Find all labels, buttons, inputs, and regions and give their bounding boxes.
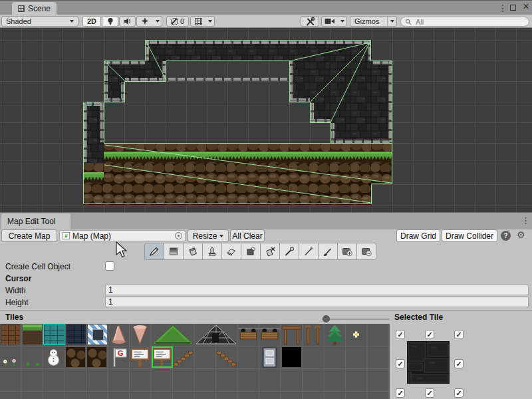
customize-tools-button[interactable] bbox=[301, 16, 319, 27]
palette-tile-brown-brick[interactable] bbox=[0, 324, 21, 345]
palette-tile-grass-tufts[interactable] bbox=[22, 346, 43, 368]
maximize-icon[interactable] bbox=[510, 5, 516, 11]
palette-tile-minecart-2[interactable] bbox=[259, 324, 280, 345]
lighting-toggle-button[interactable] bbox=[102, 16, 118, 27]
effects-toggle-button[interactable] bbox=[136, 16, 154, 27]
collider-checkbox-top-center[interactable] bbox=[425, 330, 434, 339]
unity-window: { "colors": { "scene_bg": "#3d3d3d", "gr… bbox=[0, 0, 532, 399]
pine-tree-sprite bbox=[325, 324, 345, 345]
tool-pen[interactable] bbox=[299, 243, 319, 260]
palette-tile-pine-tree[interactable] bbox=[325, 324, 345, 345]
gear-icon[interactable]: ⚙ bbox=[517, 229, 525, 240]
palette-tile-wood-frame[interactable] bbox=[281, 324, 302, 345]
close-icon[interactable]: × bbox=[521, 2, 531, 11]
create-map-button[interactable]: Create Map bbox=[1, 229, 57, 242]
effects-dropdown[interactable] bbox=[153, 16, 162, 27]
toggle-2d-button[interactable]: 2D bbox=[82, 16, 101, 27]
tab-map-edit-tool[interactable]: Map Edit Tool bbox=[1, 213, 70, 229]
hidden-count: 0 bbox=[180, 17, 184, 25]
tool-pencil[interactable] bbox=[144, 243, 164, 260]
tab-scene[interactable]: Scene bbox=[12, 2, 57, 15]
selected-tile-preview bbox=[407, 341, 450, 384]
camera-dropdown[interactable] bbox=[338, 16, 347, 27]
tile-zoom-slider-track[interactable] bbox=[322, 319, 390, 320]
tile-palette[interactable]: G bbox=[0, 324, 390, 399]
add-folder-icon bbox=[340, 245, 354, 258]
palette-tile-dirt-mound[interactable] bbox=[65, 346, 86, 368]
palette-tile-snowman[interactable] bbox=[43, 346, 64, 368]
audio-toggle-button[interactable] bbox=[119, 16, 136, 27]
palette-tile-small-flower[interactable] bbox=[346, 324, 366, 345]
tool-add-folder[interactable] bbox=[337, 243, 357, 260]
palette-tile-stairs-up[interactable] bbox=[173, 346, 194, 368]
collider-checkbox-top-right[interactable] bbox=[454, 330, 464, 339]
palette-tile-glass-pyramid[interactable] bbox=[195, 324, 237, 345]
palette-tile-stairs-down[interactable] bbox=[216, 346, 237, 368]
map-object-label: Map (Map) bbox=[72, 231, 111, 241]
palette-tile-sign-board-selected[interactable] bbox=[152, 346, 173, 368]
minecart-sprite bbox=[259, 324, 280, 345]
all-clear-button[interactable]: All Clear bbox=[230, 229, 265, 242]
height-input[interactable] bbox=[105, 297, 529, 307]
scene-search-field[interactable] bbox=[400, 17, 529, 27]
chevron-down-icon bbox=[340, 20, 344, 23]
search-input[interactable] bbox=[414, 17, 523, 27]
lightbulb-icon bbox=[106, 17, 115, 26]
shading-mode-dropdown[interactable]: Shaded bbox=[1, 16, 78, 27]
palette-tile-sign-board[interactable] bbox=[130, 346, 150, 368]
help-icon[interactable]: ? bbox=[501, 231, 511, 241]
grid-visual-button[interactable] bbox=[190, 16, 206, 27]
palette-tile-black[interactable] bbox=[281, 346, 302, 368]
grass-tufts-sprite bbox=[22, 346, 43, 368]
draw-grid-toggle[interactable]: Draw Grid bbox=[396, 229, 440, 242]
stairs-up-sprite bbox=[173, 346, 194, 368]
create-cell-object-checkbox[interactable] bbox=[105, 261, 114, 271]
palette-tile-grass-dirt[interactable] bbox=[22, 324, 43, 345]
draw-collider-toggle[interactable]: Draw Collider bbox=[442, 229, 497, 242]
tool-clear-bucket[interactable] bbox=[260, 243, 280, 260]
collider-checkbox-middle-left[interactable] bbox=[396, 359, 405, 368]
palette-tile-dirt-mound-2[interactable] bbox=[86, 346, 107, 368]
palette-tile-inverted-cone[interactable] bbox=[130, 324, 150, 345]
minecart-sprite bbox=[238, 324, 259, 345]
object-picker-icon[interactable] bbox=[175, 232, 182, 239]
palette-tile-minecart[interactable] bbox=[238, 324, 259, 345]
tool-stamp[interactable] bbox=[202, 243, 222, 260]
collider-checkbox-bottom-center[interactable] bbox=[425, 388, 434, 398]
palette-tile-wood-posts[interactable] bbox=[303, 324, 323, 345]
palette-tile-green-roof[interactable] bbox=[152, 324, 194, 345]
tool-fill-rect[interactable] bbox=[164, 243, 184, 260]
palette-tile-door[interactable] bbox=[259, 346, 280, 368]
collider-checkbox-top-left[interactable] bbox=[396, 330, 405, 339]
create-map-label: Create Map bbox=[9, 231, 51, 241]
small-flower-sprite bbox=[346, 324, 366, 345]
tool-eyedropper[interactable] bbox=[279, 243, 299, 260]
mouse-cursor bbox=[115, 241, 128, 260]
width-input[interactable] bbox=[105, 285, 529, 295]
window-menu-icon[interactable]: ⋮ bbox=[498, 3, 507, 13]
palette-tile-navy-brick[interactable] bbox=[66, 324, 86, 345]
tool-brush[interactable] bbox=[318, 243, 338, 260]
palette-tile-flowers[interactable] bbox=[0, 346, 21, 368]
grid-dropdown[interactable] bbox=[205, 16, 215, 27]
tool-erase-rect[interactable] bbox=[241, 243, 261, 260]
palette-tile-goal-flag[interactable]: G bbox=[108, 346, 129, 368]
collider-checkbox-bottom-left[interactable] bbox=[396, 388, 405, 398]
tool-eraser[interactable] bbox=[221, 243, 241, 260]
palette-tile-cone[interactable] bbox=[108, 324, 129, 345]
collider-checkbox-bottom-right[interactable] bbox=[454, 388, 464, 398]
gizmos-button[interactable]: Gizmos bbox=[350, 16, 388, 27]
collider-checkbox-middle-right[interactable] bbox=[454, 359, 464, 368]
resize-dropdown[interactable]: Resize bbox=[188, 229, 229, 242]
tool-paint-bucket[interactable] bbox=[183, 243, 203, 260]
tool-remove-folder[interactable] bbox=[356, 243, 376, 260]
palette-tile-teal-brick-selected[interactable] bbox=[43, 324, 65, 345]
map-object-field[interactable]: # Map (Map) bbox=[59, 230, 186, 241]
panel-menu-icon[interactable]: ⋮ bbox=[521, 215, 530, 225]
scene-viewport[interactable] bbox=[0, 28, 532, 212]
scene-visibility-button[interactable]: 0 bbox=[166, 16, 189, 27]
camera-button[interactable] bbox=[321, 16, 338, 27]
gizmos-dropdown[interactable] bbox=[387, 16, 397, 27]
palette-tile-striped-block[interactable] bbox=[87, 324, 108, 345]
tile-zoom-slider-knob[interactable] bbox=[323, 315, 330, 323]
